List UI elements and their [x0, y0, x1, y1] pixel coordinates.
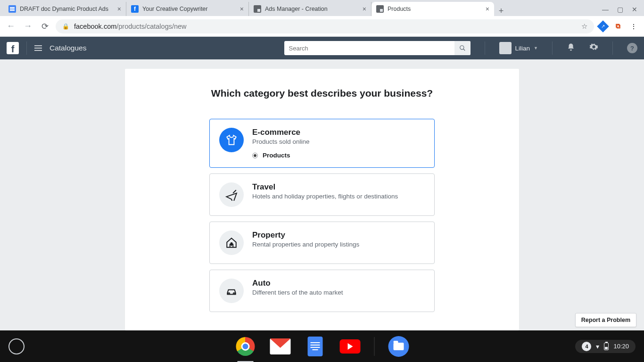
browser-tab[interactable]: DRAFT doc Dynamic Product Ads × [4, 2, 126, 16]
page-body: Which category best describes your busin… [0, 59, 644, 330]
url-text: facebook.com/products/catalogs/new [74, 23, 187, 30]
option-title: Property [252, 230, 425, 240]
products-favicon [376, 5, 384, 13]
sub-option-products[interactable]: Products [252, 152, 425, 159]
back-button[interactable]: ← [5, 20, 17, 33]
option-title: Auto [252, 279, 425, 288]
reload-button[interactable]: ⟳ [39, 20, 51, 33]
shelf-divider [374, 337, 375, 356]
browser-tab[interactable]: f Your Creative Copywriter × [126, 2, 249, 16]
address-bar[interactable]: 🔒 facebook.com/products/catalogs/new ☆ [56, 19, 594, 33]
tab-title: Products [388, 6, 482, 12]
forward-button[interactable]: → [22, 20, 34, 33]
section-title: Catalogues [50, 44, 86, 52]
close-icon[interactable]: × [363, 5, 366, 13]
lock-icon: 🔒 [62, 23, 69, 30]
browser-tab-active[interactable]: Products × [372, 2, 494, 16]
option-title: E-commerce [252, 128, 425, 137]
gmail-app-icon[interactable] [270, 336, 291, 357]
fb-search [284, 41, 471, 55]
bookmark-star-icon[interactable]: ☆ [581, 23, 587, 30]
extension-icon[interactable]: ↗ [599, 22, 607, 31]
wifi-icon: ▾ [596, 343, 599, 350]
notifications-icon[interactable] [567, 43, 575, 54]
option-desc: Rental properties and property listings [252, 241, 425, 248]
docs-favicon [8, 5, 16, 13]
option-desc: Different tiers of the auto market [252, 289, 425, 296]
tshirt-icon [219, 128, 244, 152]
browser-tabstrip: DRAFT doc Dynamic Product Ads × f Your C… [0, 0, 644, 16]
minimize-icon[interactable]: — [602, 6, 609, 13]
launcher-button[interactable] [8, 338, 25, 354]
category-card: Which category best describes your busin… [125, 69, 519, 330]
divider [26, 41, 27, 55]
docs-app-icon[interactable] [305, 336, 326, 357]
youtube-app-icon[interactable] [339, 336, 361, 357]
airplane-icon [219, 182, 244, 207]
divider [552, 41, 553, 55]
browser-tab[interactable]: Ads Manager - Creation × [249, 2, 372, 16]
help-icon[interactable]: ? [627, 43, 637, 53]
hamburger-menu-icon[interactable] [34, 45, 42, 51]
adsmanager-favicon [254, 5, 261, 13]
search-icon [459, 45, 466, 51]
files-app-icon[interactable] [388, 336, 410, 357]
category-options: E-commerce Products sold online Products… [209, 119, 435, 312]
page-heading: Which category best describes your busin… [125, 88, 519, 99]
option-desc: Products sold online [252, 138, 425, 145]
category-option-property[interactable]: $ Property Rental properties and propert… [209, 222, 435, 264]
close-icon[interactable]: × [117, 5, 121, 13]
window-controls: — ▢ ✕ [602, 6, 640, 16]
browser-menu-icon[interactable]: ⋮ [629, 22, 637, 31]
close-icon[interactable]: × [240, 5, 244, 13]
maximize-icon[interactable]: ▢ [617, 6, 623, 13]
taskbar: 4 ▾ 10:20 [0, 330, 644, 362]
svg-point-0 [460, 46, 463, 49]
divider [612, 41, 613, 55]
category-option-travel[interactable]: Travel Hotels and holiday properties, fl… [209, 173, 435, 216]
fb-header: f Catalogues Lilian ▼ ? [0, 37, 644, 59]
browser-toolbar: ← → ⟳ 🔒 facebook.com/products/catalogs/n… [0, 16, 644, 37]
divider [485, 41, 485, 55]
new-tab-button[interactable]: + [494, 6, 508, 16]
shelf-apps [235, 336, 410, 357]
office-extension-icon[interactable]: ⧉ [614, 22, 622, 31]
option-desc: Hotels and holiday properties, flights o… [252, 193, 425, 200]
house-icon: $ [219, 230, 244, 255]
option-title: Travel [252, 182, 425, 192]
battery-icon [604, 343, 609, 350]
close-icon[interactable]: × [486, 5, 489, 13]
extensions: ↗ ⧉ ⋮ [599, 22, 639, 31]
category-option-ecommerce[interactable]: E-commerce Products sold online Products [209, 119, 435, 168]
system-tray[interactable]: 4 ▾ 10:20 [575, 340, 636, 353]
facebook-logo[interactable]: f [7, 42, 19, 54]
tab-title: Your Creative Copywriter [142, 6, 236, 12]
settings-gear-icon[interactable] [589, 42, 598, 54]
user-name: Lilian [515, 45, 530, 52]
radio-selected [252, 153, 258, 158]
svg-line-1 [463, 49, 465, 51]
clock: 10:20 [613, 343, 629, 350]
search-input[interactable] [284, 45, 454, 52]
car-icon [219, 279, 244, 303]
tab-title: Ads Manager - Creation [265, 6, 359, 12]
chevron-down-icon: ▼ [534, 46, 538, 50]
category-option-auto[interactable]: Auto Different tiers of the auto market [209, 270, 435, 312]
tab-title: DRAFT doc Dynamic Product Ads [20, 6, 114, 12]
avatar [499, 42, 512, 54]
search-button[interactable] [454, 41, 471, 55]
user-menu[interactable]: Lilian ▼ [499, 42, 538, 54]
notification-count: 4 [582, 342, 591, 351]
svg-text:$: $ [231, 242, 232, 246]
close-window-icon[interactable]: ✕ [632, 6, 637, 13]
sub-option-label: Products [263, 152, 290, 159]
report-problem-button[interactable]: Report a Problem [575, 313, 636, 327]
facebook-favicon: f [131, 5, 139, 13]
chrome-app-icon[interactable] [235, 336, 256, 357]
